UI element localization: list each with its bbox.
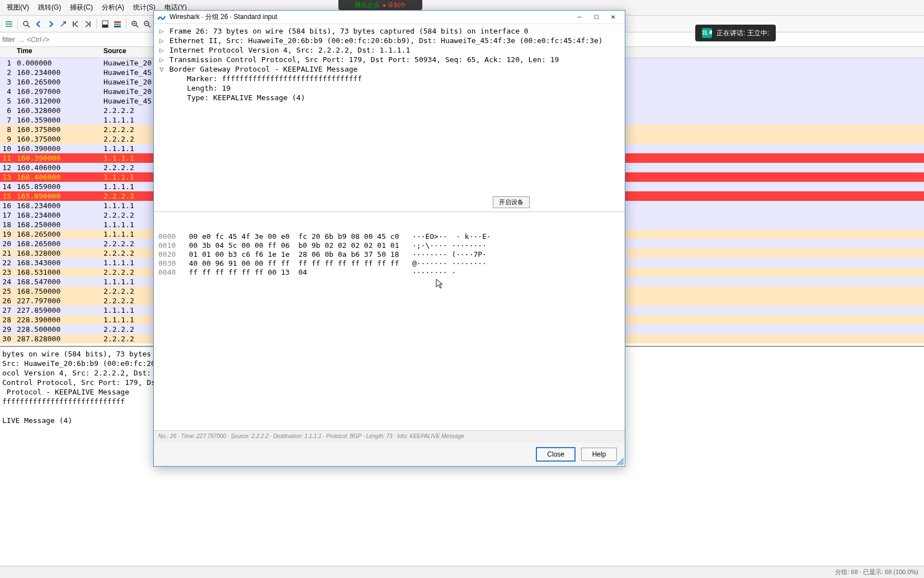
tree-toggle-icon[interactable] [158, 83, 165, 93]
tree-item[interactable]: Marker: ffffffffffffffffffffffffffffffff [158, 74, 620, 83]
tree-toggle-icon[interactable]: ▷ [158, 26, 165, 36]
enable-device-button[interactable]: 开启设备 [493, 196, 530, 208]
close-window-button[interactable]: ✕ [605, 12, 621, 23]
svg-line-13 [136, 25, 138, 27]
packet-detail-dialog: Wireshark · 分组 26 · Standard input ─ ☐ ✕… [153, 10, 625, 467]
minimize-button[interactable]: ─ [571, 12, 588, 23]
tree-item[interactable]: Length: 19 [158, 83, 620, 93]
menu-view[interactable]: 视图(V) [2, 1, 34, 15]
recording-status: ● 录制中 [383, 1, 407, 10]
dialog-button-bar: Close Help [154, 443, 625, 466]
help-button[interactable]: Help [581, 448, 617, 461]
svg-rect-6 [102, 25, 108, 27]
svg-rect-22 [710, 30, 712, 34]
toolbar-separator [96, 19, 97, 29]
svg-rect-0 [6, 21, 12, 22]
meeting-name: 腾讯会议 [355, 1, 379, 10]
dialog-title: Wireshark · 分组 26 · Standard input [169, 12, 571, 22]
tree-item[interactable]: ▷ Transmission Control Protocol, Src Por… [158, 55, 620, 64]
toolbar-colorize-icon[interactable] [112, 18, 123, 30]
tree-item[interactable]: Type: KEEPALIVE Message (4) [158, 93, 620, 102]
svg-rect-9 [114, 26, 121, 27]
svg-point-3 [23, 21, 28, 26]
status-packets: 分组: 68 · 已显示: 68 (100.0%) [835, 568, 918, 576]
menu-go[interactable]: 跳转(G) [34, 1, 65, 15]
tree-toggle-icon[interactable]: ▷ [158, 45, 165, 55]
tree-item[interactable]: ▷ Internet Protocol Version 4, Src: 2.2.… [158, 45, 620, 55]
tree-item[interactable]: ▷ Frame 26: 73 bytes on wire (584 bits),… [158, 26, 620, 36]
svg-line-4 [27, 25, 30, 27]
toolbar-separator [17, 19, 18, 29]
tree-item[interactable]: ▽ Border Gateway Protocol - KEEPALIVE Me… [158, 64, 620, 74]
speaker-text: 正在讲话: 王立中: [716, 29, 769, 38]
dialog-status-bar: No.: 26 · Time: 227.797000 · Source: 2.2… [154, 430, 625, 443]
toolbar-last-icon[interactable] [82, 18, 93, 30]
svg-line-16 [148, 25, 150, 27]
toolbar-next-icon[interactable] [45, 18, 56, 30]
toolbar-separator [126, 19, 126, 29]
svg-rect-2 [6, 26, 12, 27]
menu-capture[interactable]: 捕获(C) [65, 1, 97, 15]
resize-grip-icon[interactable] [616, 457, 624, 465]
col-time[interactable]: Time [12, 47, 99, 58]
mic-icon: 我 [702, 28, 712, 38]
toolbar-jump-icon[interactable] [58, 18, 69, 30]
wireshark-icon [157, 13, 166, 22]
meeting-recording-banner: 腾讯会议 ● 录制中 [338, 0, 422, 10]
svg-rect-1 [6, 24, 12, 25]
menu-analyze[interactable]: 分析(A) [97, 1, 129, 15]
close-button[interactable]: Close [536, 447, 576, 462]
video-overlay [0, 532, 924, 566]
tree-toggle-icon[interactable]: ▷ [158, 36, 165, 45]
hex-row[interactable]: 0030 40 00 96 91 00 00 ff ff ff ff ff ff… [158, 259, 620, 268]
toolbar-first-icon[interactable] [70, 18, 81, 30]
svg-rect-8 [114, 24, 121, 25]
hex-dump-pane[interactable]: 0000 00 e0 fc 45 4f 3e 00 e0 fc 20 6b b9… [154, 212, 625, 430]
svg-rect-7 [114, 21, 121, 23]
packet-tree-pane[interactable]: ▷ Frame 26: 73 bytes on wire (584 bits),… [154, 24, 625, 212]
maximize-button[interactable]: ☐ [588, 12, 605, 23]
dialog-titlebar[interactable]: Wireshark · 分组 26 · Standard input ─ ☐ ✕ [154, 11, 625, 24]
hex-row[interactable]: 0010 00 3b 04 5c 00 00 ff 06 b0 9b 02 02… [158, 241, 620, 250]
filter-label: filter [2, 36, 15, 44]
hex-row[interactable]: 0020 01 01 00 b3 c6 f6 1e 1e 28 06 0b 0a… [158, 250, 620, 259]
hex-row[interactable]: 0000 00 e0 fc 45 4f 3e 00 e0 fc 20 6b b9… [158, 232, 620, 241]
toolbar-search-icon[interactable] [21, 18, 32, 30]
speaker-indicator: 我 正在讲话: 王立中: [695, 25, 776, 41]
hex-row[interactable]: 0040 ff ff ff ff ff ff 00 13 04 ········… [158, 268, 620, 277]
status-bar: No.: 26 分组: 68 · 已显示: 68 (100.0%) [0, 566, 924, 578]
toolbar-list-icon[interactable] [3, 18, 15, 30]
toolbar-prev-icon[interactable] [33, 18, 44, 30]
tree-toggle-icon[interactable]: ▽ [158, 64, 165, 74]
toolbar-zoomout-icon[interactable] [142, 18, 153, 30]
toolbar-zoomin-icon[interactable] [129, 18, 140, 30]
tree-item[interactable]: ▷ Ethernet II, Src: HuaweiTe_20:6b:b9 (0… [158, 36, 620, 45]
tree-toggle-icon[interactable]: ▷ [158, 55, 165, 64]
toolbar-autoscroll-icon[interactable] [100, 18, 111, 30]
tree-toggle-icon[interactable] [158, 74, 165, 83]
tree-toggle-icon[interactable] [158, 93, 165, 102]
